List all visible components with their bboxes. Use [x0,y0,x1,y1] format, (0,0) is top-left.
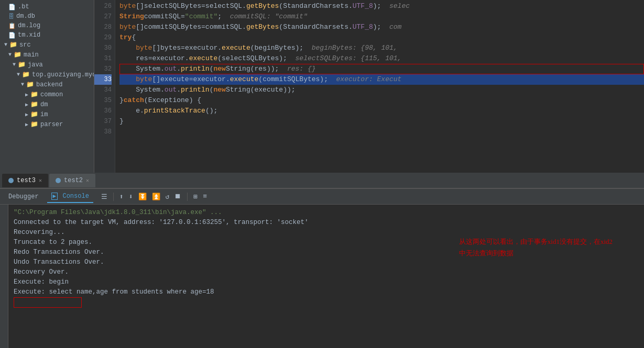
expand-arrow: ▼ [13,62,16,68]
line-num-33: 33 [94,74,112,85]
code-line-32: System.out.println(new String(res)); res… [119,64,644,74]
line-num-37: 37 [94,116,112,127]
annotation-text: 从这两处可以看出，由于事务xid1没有提交，在xid2中无法查询到数据 [459,238,613,257]
filter-icon[interactable]: ≡ [201,192,209,201]
code-lines: 26 27 28 29 30 31 32 33 34 35 36 37 38 b… [94,0,644,173]
collapse-arrow: ▶ [25,121,28,128]
line-numbers: 26 27 28 29 30 31 32 33 34 35 36 37 38 [94,0,115,173]
expand-arrow: ▼ [17,72,20,77]
sidebar-item-package[interactable]: ▼ 📁 top.guoziyang.mydb [0,70,94,80]
file-tree: 📄 .bt 🗄 dm.db 📋 dm.log 📄 tm.xid ▼ 📁 src … [0,0,94,173]
annotation-box: 从这两处可以看出，由于事务xid1没有提交，在xid2中无法查询到数据 [459,236,613,259]
expand-arrow: ▼ [21,82,24,87]
line-num-30: 30 [94,43,112,53]
menu-icon[interactable]: ☰ [100,192,109,202]
down-icon[interactable]: ⬇ [127,192,135,202]
bottom-toolbar: Debugger ▶ Console ☰ ⬆ ⬇ ⏬ ⏫ ↺ ⏹ ⊞ ≡ [0,189,644,205]
db-icon: 🗄 [8,13,14,20]
folder-icon: 📁 [14,51,21,59]
folder-icon: 📁 [30,91,38,98]
bottom-panel: Debugger ▶ Console ☰ ⬆ ⬇ ⏬ ⏫ ↺ ⏹ ⊞ ≡ "C:… [0,188,644,348]
tab-icon-test3 [8,178,14,183]
tab-console[interactable]: ▶ Console [47,190,93,203]
table-icon[interactable]: ⊞ [192,192,199,202]
sidebar-item-dm-log[interactable]: 📋 dm.log [0,21,94,30]
console-line-8: Execute: select name,age from students w… [14,287,639,297]
console-input-line [14,297,639,308]
folder-icon: 📁 [30,100,38,108]
sidebar-item-im[interactable]: ▶ 📁 im [0,109,94,119]
file-icon: 📄 [8,4,16,10]
toolbar-icons: ☰ ⬆ ⬇ ⏬ ⏫ ↺ ⏹ ⊞ ≡ [100,192,209,202]
code-line-29: try { [119,32,644,43]
code-line-34: System.out.println(new String(execute)); [119,85,644,95]
console-input-box[interactable] [14,297,82,308]
expand-arrow: ▼ [8,52,12,58]
code-line-37: } [119,116,644,127]
line-num-31: 31 [94,53,112,64]
line-num-36: 36 [94,106,112,116]
collapse-arrow: ▶ [25,111,28,118]
refresh-icon[interactable]: ↺ [164,192,171,202]
sidebar-item-java[interactable]: ▼ 📁 java [0,60,94,70]
folder-icon: 📁 [18,61,26,69]
separator2 [187,193,188,201]
console-icon: ▶ [51,193,58,200]
editor-area: 📄 .bt 🗄 dm.db 📋 dm.log 📄 tm.xid ▼ 📁 src … [0,0,644,173]
expand-arrow: ▼ [4,42,7,48]
line-num-29: 29 [94,32,112,43]
tab-icon-test2 [56,178,61,183]
console-left-bar [0,205,8,348]
code-panel: 26 27 28 29 30 31 32 33 34 35 36 37 38 b… [94,0,644,173]
sidebar-item-tm-xid[interactable]: 📄 tm.xid [0,30,94,40]
code-line-26: byte[] selectSQLBytes=selectSQL.getBytes… [119,1,644,12]
tab-test3[interactable]: test3 ✕ [2,174,48,187]
code-line-30: byte[] bytes = executor.execute(beginByt… [119,43,644,53]
folder-icon: 📁 [9,41,17,49]
console-line-6: Recovery Over. [14,267,639,277]
separator [113,193,114,201]
code-line-27: String commitSQL="commit"; commitSQL: "c… [119,12,644,22]
sidebar-item-bt[interactable]: 📄 .bt [0,2,94,12]
line-num-26: 26 [94,1,112,12]
console-line-7: Execute: begin [14,277,639,287]
tab-test2[interactable]: test2 ✕ [49,174,95,187]
line-num-32: 32 [94,64,112,74]
line-num-34: 34 [94,85,112,95]
sidebar-item-common[interactable]: ▶ 📁 common [0,89,94,99]
folder-icon: 📁 [30,110,38,118]
sidebar-item-src[interactable]: ▼ 📁 src [0,40,94,50]
tab-close-test3[interactable]: ✕ [39,177,42,184]
top-icon[interactable]: ⏫ [150,192,162,202]
sidebar-item-dm[interactable]: ▶ 📁 dm [0,99,94,109]
tab-debugger[interactable]: Debugger [4,191,43,203]
line-num-28: 28 [94,22,112,32]
line-num-35: 35 [94,95,112,106]
collapse-arrow: ▶ [25,102,28,108]
up-icon[interactable]: ⬆ [118,192,125,202]
code-content[interactable]: byte[] selectSQLBytes=selectSQL.getBytes… [115,0,644,173]
code-line-38 [119,127,644,137]
code-line-35: } catch (Exception e) { [119,95,644,106]
code-line-31: res = executor.execute(selectSQLBytes); … [119,53,644,64]
folder-icon: 📁 [22,71,30,78]
console-area: "C:\Program Files\Java\jdk1.8.0_311\bin\… [0,205,644,348]
tab-bar: test3 ✕ test2 ✕ [0,173,644,188]
sidebar-item-dm-db[interactable]: 🗄 dm.db [0,12,94,21]
stop-icon[interactable]: ⏹ [173,192,183,201]
code-line-28: byte[] commitSQLBytes = commitSQL.getByt… [119,22,644,32]
folder-icon: 📁 [30,120,38,128]
sidebar-item-main[interactable]: ▼ 📁 main [0,50,94,60]
xid-icon: 📄 [8,32,16,39]
tab-close-test2[interactable]: ✕ [86,177,89,184]
bottom-icon[interactable]: ⏬ [137,192,148,202]
folder-icon: 📁 [26,81,34,88]
console-line-1: Connected to the target VM, address: '12… [14,218,639,228]
collapse-arrow: ▶ [25,92,28,98]
sidebar-item-backend[interactable]: ▼ 📁 backend [0,80,94,89]
console-output[interactable]: "C:\Program Files\Java\jdk1.8.0_311\bin\… [8,205,644,348]
line-num-27: 27 [94,12,112,22]
code-line-33: byte[] execute = executor.execute(commit… [119,74,644,85]
code-line-36: e.printStackTrace(); [119,106,644,116]
sidebar-item-parser[interactable]: ▶ 📁 parser [0,119,94,129]
